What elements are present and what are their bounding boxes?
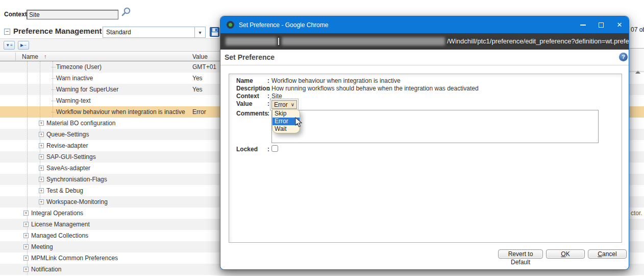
expand-icon[interactable]: +: [39, 143, 44, 148]
dialog-title: Set Preference: [225, 53, 275, 61]
preference-name: Managed Collections: [31, 232, 88, 239]
name-value: Workflow behaviour when integration is i…: [271, 77, 401, 84]
object-count-fragment: 07 ob: [631, 26, 644, 33]
collapse-all-button[interactable]: ▼≡: [4, 41, 15, 50]
name-label: Name: [236, 77, 253, 84]
description-label: Description: [236, 85, 270, 92]
revert-to-default-button[interactable]: Revert to Default: [498, 249, 543, 259]
preference-name: Warning-text: [56, 97, 91, 104]
address-bar[interactable]: /Windchill/ptc1/preference/edit_preferen…: [220, 33, 629, 50]
redacted-url-segment: [226, 37, 277, 45]
maximize-button[interactable]: [592, 16, 610, 33]
expand-icon[interactable]: +: [23, 244, 29, 249]
preference-form-panel: Name : Workflow behaviour when integrati…: [229, 74, 622, 243]
name-column-header[interactable]: Name: [22, 53, 38, 60]
preference-name: Warning for SuperUser: [56, 86, 118, 93]
expand-icon[interactable]: +: [39, 166, 44, 171]
value-label: Value: [236, 100, 252, 107]
preference-name: Test & Debug: [46, 187, 83, 194]
view-dropdown-value: Standard: [103, 29, 194, 36]
expand-icon[interactable]: +: [39, 188, 44, 193]
section-title: Preference Management: [13, 27, 102, 35]
expand-icon[interactable]: +: [23, 256, 29, 261]
cancel-button[interactable]: Cancel: [588, 249, 627, 259]
set-preference-window: Set Preference - Google Chrome ✕ /Windch…: [220, 16, 629, 270]
ok-button[interactable]: OK: [546, 249, 585, 259]
dialog-header: Set Preference ?: [220, 50, 629, 65]
preference-name: Revise-adapter: [46, 142, 88, 149]
preference-name: License Management: [31, 221, 90, 228]
window-title: Set Preference - Google Chrome: [239, 21, 574, 29]
help-icon[interactable]: ?: [619, 53, 628, 61]
preference-name: Workflow behaviour when integration is i…: [56, 108, 185, 116]
expand-icon[interactable]: +: [39, 154, 44, 159]
preference-name: SaveAs-adapter: [46, 165, 90, 172]
preference-name: Integral Operations: [31, 210, 83, 217]
description-value: How running workflows should behave when…: [271, 85, 479, 92]
preference-name: SAP-GUI-Settings: [46, 153, 96, 160]
preference-name: MPMLink Common Preferences: [31, 255, 118, 262]
section-collapse-icon[interactable]: −: [4, 29, 10, 35]
preference-name: Workspace-Monitoring: [46, 198, 108, 205]
redacted-url-segment: [282, 37, 445, 45]
preference-value: Yes: [192, 75, 203, 82]
mouse-cursor: [295, 117, 303, 130]
preference-name: Timezone (User): [56, 63, 102, 71]
chevron-down-icon: ∨: [291, 102, 294, 107]
search-icon[interactable]: [121, 7, 131, 19]
preference-value: GMT+01: [192, 63, 216, 71]
tree-guide: [53, 61, 53, 118]
expand-icon[interactable]: +: [39, 121, 44, 126]
tree-guide: [27, 61, 28, 275]
expand-icon[interactable]: +: [23, 222, 29, 227]
locked-checkbox[interactable]: [271, 145, 278, 152]
dropdown-option-skip[interactable]: Skip: [273, 110, 300, 118]
minimize-button[interactable]: [574, 16, 592, 33]
expand-icon[interactable]: +: [23, 211, 29, 216]
sort-asc-icon[interactable]: ↑: [44, 53, 47, 59]
value-select[interactable]: Error ∨: [271, 100, 297, 109]
context-input[interactable]: [27, 10, 118, 19]
expand-icon[interactable]: +: [39, 177, 44, 182]
expand-icon[interactable]: +: [23, 233, 29, 238]
chevron-down-icon[interactable]: ▾: [194, 27, 205, 37]
redacted-url-divider: [278, 38, 279, 45]
value-column-header[interactable]: Value: [192, 53, 208, 60]
screen: Context − Preference Management Standard…: [0, 0, 644, 276]
close-button[interactable]: ✕: [610, 16, 629, 33]
truncated-cell-text: ctor.: [631, 210, 642, 217]
context-value: Site: [271, 93, 282, 100]
expand-icon[interactable]: +: [39, 199, 44, 204]
preference-name: Notification: [31, 266, 61, 273]
chrome-favicon-icon: [227, 21, 234, 29]
context-label: Context: [4, 11, 27, 18]
view-dropdown[interactable]: Standard ▾: [103, 27, 206, 38]
context-label: Context: [236, 93, 259, 100]
expand-icon[interactable]: +: [39, 132, 44, 137]
expand-icon[interactable]: +: [23, 267, 29, 272]
right-edge-strip: 07 ob: [629, 0, 644, 72]
locked-label: Locked: [236, 146, 258, 153]
preference-name: Synchronisation-Flags: [46, 176, 107, 183]
preference-name: Meeting: [31, 243, 53, 250]
url-text: /Windchill/ptc1/preference/edit_preferen…: [447, 33, 629, 50]
preference-name: Queue-Settings: [46, 131, 89, 138]
dialog-buttons: Revert to Default OK Cancel: [498, 249, 627, 259]
comments-label: Comments: [236, 110, 268, 117]
preference-value: Error: [192, 108, 206, 116]
window-titlebar[interactable]: Set Preference - Google Chrome ✕: [220, 16, 629, 33]
save-view-icon[interactable]: [210, 27, 219, 37]
preference-name: Warn inactive: [56, 75, 93, 82]
preference-name: Material BO configuration: [46, 120, 115, 127]
expand-level-button[interactable]: ▶−: [18, 41, 29, 50]
sort-icon[interactable]: [635, 62, 640, 71]
comments-textarea[interactable]: [271, 110, 599, 143]
preference-value: Yes: [192, 86, 203, 93]
value-select-current: Error: [274, 101, 288, 108]
